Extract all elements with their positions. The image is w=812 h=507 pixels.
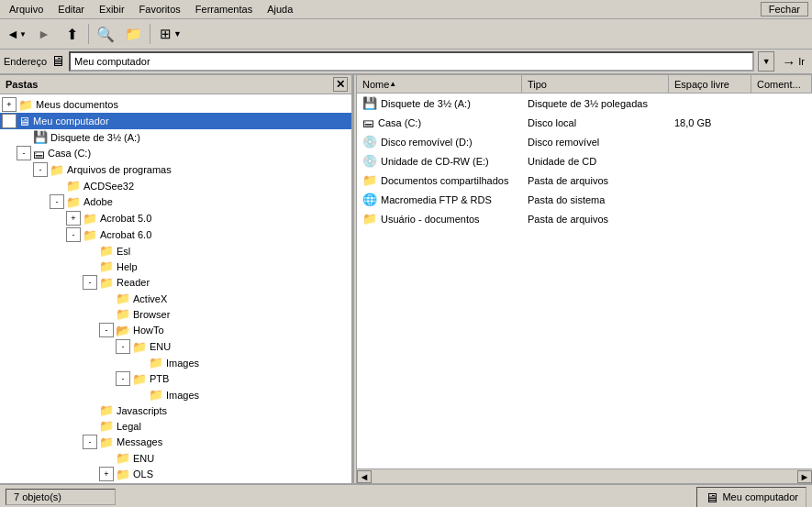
expand-howto[interactable]: - (99, 323, 114, 337)
expand-meus-docs[interactable]: + (2, 97, 17, 112)
expand-adobe[interactable]: - (50, 194, 64, 209)
tree-item-images1[interactable]: 📁 Images (0, 355, 351, 370)
folder-icon: 📁 (99, 276, 114, 290)
folder-icon: 📁 (149, 356, 163, 369)
main-area: Pastas ✕ + 📁 Meus documentos - 🖥 Meu com… (0, 75, 812, 483)
expand-casa[interactable]: - (17, 146, 31, 160)
tree-item-arquivos-prog[interactable]: - 📁 Arquivos de programas (0, 161, 351, 178)
tree-item-activex[interactable]: 📁 ActiveX (0, 291, 351, 306)
expand-ols[interactable]: + (99, 467, 114, 481)
tree-item-adobe[interactable]: - 📁 Adobe (0, 193, 351, 210)
tree-item-meus-docs[interactable]: + 📁 Meus documentos (0, 96, 351, 113)
tree-item-ptb[interactable]: - 📁 PTB (0, 370, 351, 387)
toolbar-separator-2 (150, 24, 150, 44)
tree-item-casa[interactable]: - 🖴 Casa (C:) (0, 145, 351, 161)
tree-item-disquete[interactable]: 💾 Disquete de 3½ (A:) (0, 129, 351, 145)
column-comment-label: Coment... (757, 79, 801, 90)
file-comment (751, 160, 812, 162)
folder-shared-icon: 📁 (362, 173, 377, 187)
column-header-space[interactable]: Espaço livre (669, 75, 751, 93)
forward-button[interactable]: ► (31, 22, 57, 46)
file-item-casa[interactable]: 🖴 Casa (C:) Disco local 18,0 GB (357, 113, 812, 132)
menu-arquivo[interactable]: Arquivo (4, 2, 49, 17)
menu-exibir[interactable]: Exibir (94, 2, 130, 17)
tree-item-browser[interactable]: 📁 Browser (0, 306, 351, 322)
tree-item-ols[interactable]: + 📁 OLS (0, 466, 351, 482)
file-item-docs-compartilhados[interactable]: 📁 Documentos compartilhados Pasta de arq… (357, 171, 812, 190)
column-header-type[interactable]: Tipo (522, 75, 669, 93)
tree-item-howto[interactable]: - 📂 HowTo (0, 322, 351, 338)
folders-button[interactable]: 📁 (120, 22, 146, 46)
tree-item-help[interactable]: 📁 Help (0, 259, 351, 274)
menu-favoritos[interactable]: Favoritos (134, 2, 186, 17)
panel-title: Pastas (6, 79, 38, 90)
close-button[interactable]: Fechar (761, 2, 808, 17)
file-item-cdrw[interactable]: 💿 Unidade de CD-RW (E:) Unidade de CD (357, 151, 812, 171)
file-comment (751, 141, 812, 143)
menu-editar[interactable]: Editar (52, 2, 90, 17)
tree-area[interactable]: + 📁 Meus documentos - 🖥 Meu computador 💾… (0, 94, 351, 483)
menu-ajuda[interactable]: Ajuda (261, 2, 298, 17)
go-button[interactable]: → Ir (778, 52, 808, 72)
file-type: Disco local (522, 116, 669, 129)
tree-item-acrobat50[interactable]: + 📁 Acrobat 5.0 (0, 210, 351, 226)
tree-item-esl[interactable]: 📁 Esl (0, 243, 351, 259)
expand-acrobat60[interactable]: - (66, 227, 81, 242)
expand-arquivos-prog[interactable]: - (33, 162, 48, 177)
tree-item-acdsee32[interactable]: 📁 ACDSee32 (0, 178, 351, 193)
file-list[interactable]: 💾 Disquete de 3½ (A:) Disquete de 3½ pol… (357, 94, 812, 468)
folder-icon: 📁 (83, 212, 97, 226)
tree-label-legal: Legal (117, 421, 141, 432)
tree-item-acrobat60[interactable]: - 📁 Acrobat 6.0 (0, 226, 351, 243)
tree-item-javascripts[interactable]: 📁 Javascripts (0, 402, 351, 418)
hscroll-left-btn[interactable]: ◄ (357, 470, 372, 483)
panel-close-button[interactable]: ✕ (333, 77, 348, 92)
column-header-name[interactable]: Nome (357, 75, 522, 93)
folder-icon: 📁 (99, 435, 114, 449)
tree-item-templates[interactable]: 📁 Templates (0, 482, 351, 483)
tree-label-enu2: ENU (133, 453, 154, 464)
tree-item-enu[interactable]: - 📁 ENU (0, 338, 351, 355)
go-icon: → (782, 54, 795, 70)
tree-item-messages[interactable]: - 📁 Messages (0, 434, 351, 450)
expand-enu[interactable]: - (116, 339, 130, 354)
panel-header: Pastas ✕ (0, 75, 351, 94)
folder-icon: 📁 (66, 195, 81, 209)
search-button[interactable]: 🔍 (93, 22, 118, 46)
column-header-comment[interactable]: Coment... (751, 75, 812, 93)
tree-item-enu2[interactable]: 📁 ENU (0, 450, 351, 466)
file-item-usuario-docs[interactable]: 📁 Usuário - documentos Pasta de arquivos (357, 209, 812, 228)
file-item-disco-removivel[interactable]: 💿 Disco removível (D:) Disco removível (357, 132, 812, 151)
menu-ferramentas[interactable]: Ferramentas (190, 2, 258, 17)
expand-acrobat50[interactable]: + (66, 211, 81, 226)
tree-item-legal[interactable]: 📁 Legal (0, 418, 351, 434)
file-type: Disco removível (522, 136, 669, 149)
back-button[interactable]: ◄ ▼ (4, 22, 29, 46)
expand-ptb[interactable]: - (116, 371, 130, 386)
horizontal-scrollbar[interactable]: ◄ ► (357, 468, 812, 483)
expand-reader[interactable]: - (83, 275, 97, 290)
expand-meu-computador[interactable]: - (2, 114, 17, 128)
file-space: 18,0 GB (669, 116, 751, 129)
address-label: Endereço (4, 56, 47, 67)
status-location: 🖥 Meu computador (696, 487, 806, 508)
file-item-disquete[interactable]: 💾 Disquete de 3½ (A:) Disquete de 3½ pol… (357, 94, 812, 113)
tree-item-reader[interactable]: - 📁 Reader (0, 274, 351, 291)
views-button[interactable]: ⊞ ▼ (154, 22, 187, 46)
folder-icon: 📁 (99, 259, 114, 273)
tree-item-images2[interactable]: 📁 Images (0, 387, 351, 402)
tree-label-messages: Messages (117, 436, 162, 447)
hscroll-right-btn[interactable]: ► (797, 470, 812, 483)
folder-system-icon: 🌐 (362, 193, 377, 206)
menubar: Arquivo Editar Exibir Favoritos Ferramen… (0, 0, 812, 19)
address-pc-icon: 🖥 (50, 53, 65, 70)
tree-label-browser: Browser (133, 309, 170, 320)
tree-label-reader: Reader (117, 277, 150, 288)
expand-messages[interactable]: - (83, 435, 97, 449)
file-item-macromedia[interactable]: 🌐 Macromedia FTP & RDS Pasta do sistema (357, 190, 812, 209)
up-button[interactable]: ⬆ (59, 22, 84, 46)
address-dropdown-button[interactable]: ▼ (758, 51, 774, 72)
address-field[interactable]: Meu computador (69, 51, 754, 72)
floppy-icon: 💾 (33, 130, 48, 144)
tree-item-meu-computador[interactable]: - 🖥 Meu computador (0, 113, 351, 129)
